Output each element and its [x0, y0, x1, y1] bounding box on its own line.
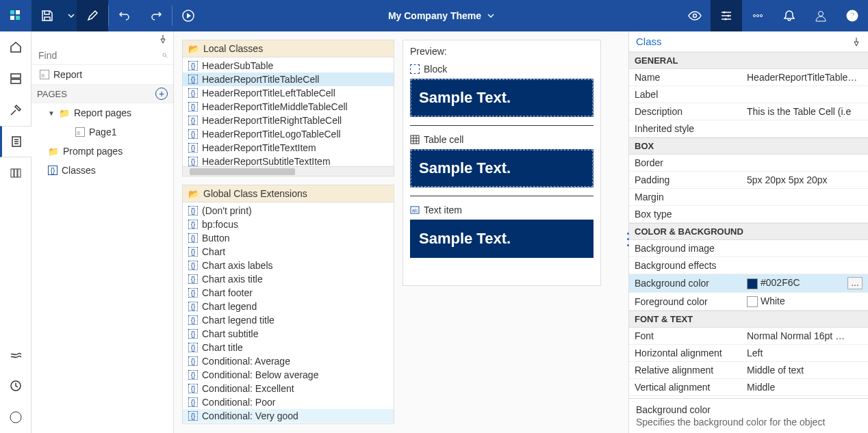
save-dropdown[interactable] — [63, 0, 77, 31]
prop-bgcolor[interactable]: Background color #002F6C … — [629, 274, 868, 293]
prop-bgfx[interactable]: Background effects — [629, 257, 868, 274]
rail-pages-icon[interactable] — [0, 126, 31, 157]
class-list-label: Chart axis labels — [202, 260, 273, 271]
prop-border[interactable]: Border — [629, 155, 868, 172]
class-list-item[interactable]: Crosstab corner cell — [183, 423, 394, 423]
class-list-item[interactable]: Button — [183, 231, 394, 245]
class-list-item[interactable]: Chart title — [183, 341, 394, 354]
class-icon — [188, 343, 198, 352]
class-icon — [188, 411, 198, 421]
user-icon[interactable] — [805, 0, 837, 31]
prop-valign[interactable]: Vertical alignmentMiddle — [629, 379, 868, 396]
pin-icon[interactable] — [158, 34, 168, 44]
class-list-label: Chart — [202, 246, 225, 257]
folder-icon: 📂 — [188, 189, 199, 199]
prop-font[interactable]: FontNormal Normal 16pt … — [629, 328, 868, 345]
class-list-item[interactable]: bp:focus — [183, 218, 394, 231]
class-list-item[interactable]: Chart axis title — [183, 272, 394, 286]
save-button[interactable] — [31, 0, 63, 31]
svg-point-6 — [723, 11, 725, 13]
pin-icon[interactable] — [852, 37, 861, 47]
class-list-item[interactable]: Chart legend — [183, 300, 394, 313]
class-list-label: HeaderSubTable — [202, 60, 273, 71]
prop-margin[interactable]: Margin — [629, 189, 868, 206]
report-node[interactable]: Report — [31, 65, 173, 84]
notifications-icon[interactable] — [774, 0, 805, 31]
rail-hammer-icon[interactable] — [0, 94, 31, 126]
rail-check-icon[interactable] — [0, 402, 31, 433]
class-list-item[interactable]: Chart legend title — [183, 313, 394, 327]
rail-table-icon[interactable] — [0, 157, 31, 189]
class-list-item[interactable]: Conditional: Excellent — [183, 382, 394, 395]
class-list-label: HeaderReportTitleMiddleTableCell — [202, 101, 348, 112]
add-page-button[interactable]: + — [155, 88, 168, 100]
class-list-item[interactable]: Conditional: Average — [183, 354, 394, 368]
class-list-item[interactable]: Chart — [183, 245, 394, 259]
class-list-item[interactable]: Conditional: Poor — [183, 395, 394, 409]
home-logo-icon[interactable] — [0, 0, 31, 31]
svg-point-11 — [760, 14, 762, 16]
panel-resize-handle[interactable] — [174, 233, 176, 246]
svg-rect-2 — [10, 16, 14, 20]
prop-label[interactable]: Label — [629, 86, 868, 103]
title-dropdown-icon[interactable] — [487, 12, 495, 20]
class-list-item[interactable]: HeaderReportTitleTableCell — [183, 73, 394, 86]
rail-swim-icon[interactable] — [0, 339, 31, 370]
class-list-item[interactable]: HeaderReportTitleLogoTableCell — [183, 127, 394, 141]
settings-sliders-icon[interactable] — [711, 0, 742, 31]
class-icon — [188, 61, 198, 70]
prop-inherited[interactable]: Inherited style — [629, 120, 868, 137]
play-button[interactable] — [173, 0, 204, 31]
hscrollbar[interactable] — [183, 166, 394, 176]
prop-bgimg[interactable]: Background image — [629, 240, 868, 257]
tree-report-pages[interactable]: ▼ 📁 Report pages — [31, 103, 173, 122]
prop-description[interactable]: DescriptionThis is the Table Cell (i.e — [629, 103, 868, 120]
help-icon[interactable]: ? — [837, 0, 868, 31]
properties-panel: Class GENERAL NameHeaderReportTitleTable… — [628, 31, 868, 433]
class-list-label: Chart footer — [202, 287, 253, 298]
class-list-item[interactable]: Conditional: Very good — [183, 409, 394, 423]
find-input[interactable] — [37, 49, 159, 62]
more-icon[interactable] — [742, 0, 774, 31]
prop-ralign[interactable]: Relative alignmentMiddle of text — [629, 362, 868, 379]
left-rail — [0, 31, 31, 433]
prop-halign[interactable]: Horizontal alignmentLeft — [629, 345, 868, 362]
svg-rect-20 — [18, 169, 21, 177]
class-list-item[interactable]: (Don't print) — [183, 204, 394, 218]
class-list-item[interactable]: HeaderReportTitleMiddleTableCell — [183, 100, 394, 114]
edit-mode-button[interactable] — [77, 0, 108, 31]
class-list-item[interactable]: HeaderReportTitleRightTableCell — [183, 114, 394, 127]
workspace: 📂 Local Classes HeaderSubTableHeaderRepo… — [174, 31, 628, 433]
class-list-item[interactable]: Chart subtitle — [183, 327, 394, 341]
class-list-label: Button — [202, 233, 229, 244]
tree-classes[interactable]: Classes — [31, 161, 173, 180]
preview-panel: Preview: Block Sample Text. Table cell S… — [403, 40, 601, 286]
section-font: FONT & TEXT — [629, 311, 868, 328]
svg-point-9 — [753, 14, 755, 16]
class-icon — [188, 247, 198, 257]
class-list-item[interactable]: HeaderReportTitleLeftTableCell — [183, 86, 394, 100]
class-list-item[interactable]: Conditional: Below average — [183, 368, 394, 382]
class-list-item[interactable]: Chart axis labels — [183, 259, 394, 272]
undo-button[interactable] — [109, 0, 140, 31]
rail-home-icon[interactable] — [0, 31, 31, 63]
global-classes-panel: 📂 Global Class Extensions (Don't print)b… — [182, 185, 394, 424]
tree-page1[interactable]: Page1 — [31, 122, 173, 142]
class-list-item[interactable]: HeaderReportTitleTextItem — [183, 141, 394, 155]
rail-clock-icon[interactable] — [0, 370, 31, 402]
prop-name[interactable]: NameHeaderReportTitleTableCell — [629, 69, 868, 86]
prop-padding[interactable]: Padding5px 20px 5px 20px — [629, 172, 868, 189]
redo-button[interactable] — [140, 0, 172, 31]
tree-prompt-pages[interactable]: 📁 Prompt pages — [31, 142, 173, 161]
class-list-item[interactable]: Chart footer — [183, 286, 394, 300]
prop-fgcolor[interactable]: Foreground color White — [629, 293, 868, 311]
class-list-item[interactable]: HeaderSubTable — [183, 59, 394, 73]
rail-data-icon[interactable] — [0, 63, 31, 94]
class-list-item[interactable]: HeaderReportSubtitleTextItem — [183, 155, 394, 166]
prop-boxtype[interactable]: Box type — [629, 206, 868, 223]
search-icon[interactable] — [162, 49, 168, 62]
props-footer: Background color Specifies the backgroun… — [629, 398, 868, 433]
color-picker-button[interactable]: … — [847, 277, 863, 289]
props-resize-handle[interactable] — [627, 233, 631, 246]
preview-toggle-icon[interactable] — [679, 0, 711, 31]
